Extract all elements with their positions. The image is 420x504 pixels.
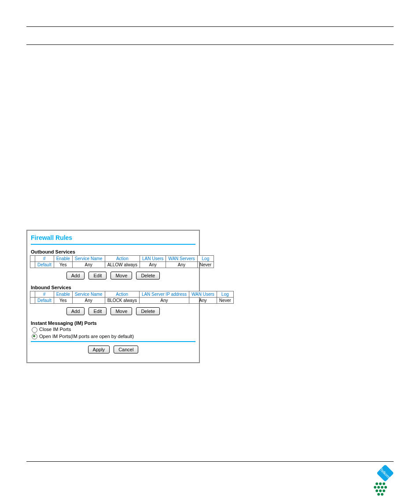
cell-log: Never (197, 262, 214, 268)
col-action[interactable]: Action (105, 256, 140, 262)
outbound-table: # Enable Service Name Action LAN Users W… (30, 255, 214, 268)
im-section-label: Instant Messaging (IM) Ports (31, 320, 196, 326)
col-enable[interactable]: Enable (54, 256, 72, 262)
edit-button[interactable]: Edit (88, 307, 107, 315)
svg-point-4 (374, 486, 376, 489)
col-lan[interactable]: LAN Server IP address (139, 291, 189, 298)
cancel-button[interactable]: Cancel (114, 346, 138, 353)
close-im-ports-option[interactable]: Close IM Ports (32, 327, 195, 333)
svg-point-3 (383, 482, 385, 485)
col-service[interactable]: Service Name (72, 291, 105, 298)
add-button[interactable]: Add (66, 307, 85, 315)
inbound-label: Inbound Services (31, 285, 196, 290)
svg-point-11 (377, 493, 380, 496)
svg-point-7 (384, 486, 387, 489)
cell-enable: Yes (54, 262, 72, 268)
svg-point-1 (376, 482, 378, 485)
table-header-row: # Enable Service Name Action LAN Server … (30, 291, 234, 298)
apply-button[interactable]: Apply (88, 346, 110, 353)
cell-wan: Any (166, 262, 197, 268)
cell-wan: Any (189, 298, 217, 304)
radio-icon[interactable] (32, 334, 37, 339)
edit-button[interactable]: Edit (88, 272, 107, 280)
svg-point-10 (383, 489, 385, 492)
open-im-note: (IM ports are open by default) (70, 334, 134, 339)
table-row[interactable]: Default Yes Any BLOCK always Any Any Nev… (30, 298, 234, 304)
footer-rule (26, 461, 394, 462)
col-blank (30, 256, 35, 262)
col-log[interactable]: Log (197, 256, 214, 262)
delete-button[interactable]: Delete (136, 272, 160, 280)
col-num[interactable]: # (35, 291, 54, 298)
table-row[interactable]: Default Yes Any ALLOW always Any Any Nev… (30, 262, 214, 268)
cell-lan: Any (139, 298, 189, 304)
cell-blank (30, 298, 35, 304)
svg-point-2 (379, 482, 382, 485)
outbound-label: Outbound Services (31, 249, 196, 254)
outbound-button-row: Add Edit Move Delete (30, 272, 196, 280)
cell-service: Any (72, 262, 105, 268)
firewall-rules-panel: Firewall Rules Outbound Services # Enabl… (26, 230, 200, 363)
apply-cancel-row: Apply Cancel (30, 346, 196, 353)
col-blank (30, 291, 35, 298)
col-service[interactable]: Service Name (72, 256, 105, 262)
panel-title: Firewall Rules (31, 234, 195, 241)
add-button[interactable]: Add (66, 272, 85, 280)
svg-point-5 (377, 486, 380, 489)
svg-point-9 (379, 489, 382, 492)
move-button[interactable]: Move (111, 307, 132, 315)
cell-blank (30, 262, 35, 268)
svg-point-12 (381, 493, 383, 496)
open-im-label: Open IM Ports (39, 334, 70, 339)
header-rule-1 (26, 26, 394, 27)
col-wan[interactable]: WAN Users (189, 291, 217, 298)
cell-service: Any (72, 298, 105, 304)
delete-button[interactable]: Delete (136, 307, 160, 315)
col-lan[interactable]: LAN Users (140, 256, 166, 262)
col-num[interactable]: # (35, 256, 54, 262)
cell-log: Never (217, 298, 233, 304)
cell-enable: Yes (54, 298, 72, 304)
cell-num[interactable]: Default (35, 262, 54, 268)
open-im-ports-option[interactable]: Open IM Ports(IM ports are open by defau… (32, 334, 195, 340)
inbound-button-row: Add Edit Move Delete (30, 307, 196, 315)
close-im-label: Close IM Ports (39, 327, 71, 332)
move-button[interactable]: Move (111, 272, 132, 280)
table-header-row: # Enable Service Name Action LAN Users W… (30, 256, 214, 262)
cell-action: BLOCK always (105, 298, 139, 304)
svg-point-6 (381, 486, 383, 489)
col-log[interactable]: Log (217, 291, 233, 298)
inbound-table: # Enable Service Name Action LAN Server … (30, 291, 234, 304)
bottom-blue-rule (31, 341, 195, 342)
radio-icon[interactable] (32, 327, 37, 333)
svg-point-8 (376, 489, 378, 492)
col-wan[interactable]: WAN Servers (166, 256, 197, 262)
cell-action: ALLOW always (105, 262, 140, 268)
telkom-logo: Telkom (368, 462, 402, 496)
cell-lan: Any (140, 262, 166, 268)
col-enable[interactable]: Enable (54, 291, 72, 298)
cell-num[interactable]: Default (35, 298, 54, 304)
header-rule-2 (26, 44, 394, 45)
title-rule (31, 244, 195, 245)
col-action[interactable]: Action (105, 291, 139, 298)
